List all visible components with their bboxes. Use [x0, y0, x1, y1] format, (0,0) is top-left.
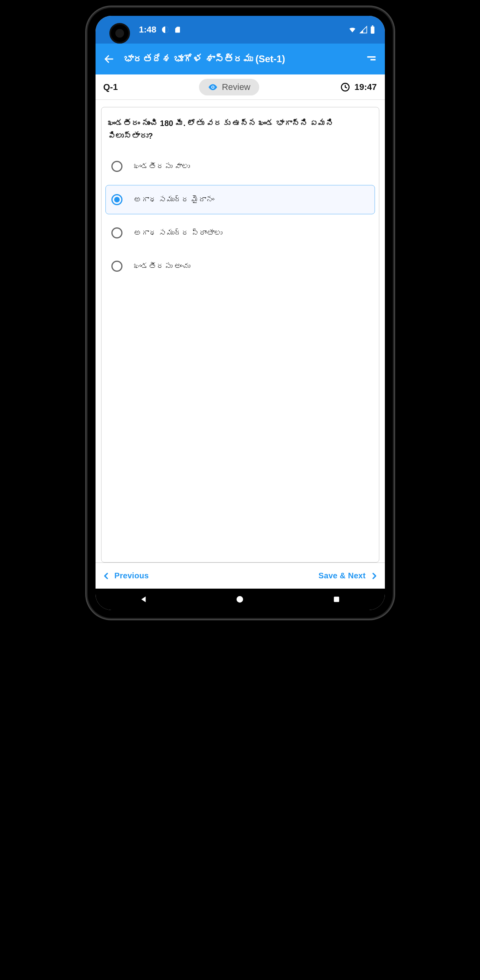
svg-point-9	[237, 596, 243, 603]
phone-frame: 1:48	[88, 8, 393, 618]
nav-home-button[interactable]	[235, 594, 245, 604]
option-label: ఖండతీరపు అంచు	[134, 262, 190, 271]
phone-screen: 1:48	[96, 16, 385, 610]
radio-icon	[111, 161, 122, 172]
save-next-button[interactable]: Save & Next	[319, 571, 379, 580]
question-number: Q-1	[103, 82, 118, 92]
footer-bar: Previous Save & Next	[96, 562, 385, 589]
answer-option-1[interactable]: ఖండతీరపు వాలు	[105, 152, 375, 181]
app-bar: భారతదేశ భూగోళ శాస్త్రము (Set-1)	[96, 44, 385, 74]
question-card: ఖండతీరం నుంచి 180 మీ. లోతు వరకు ఉన్న ఖండ…	[101, 107, 379, 562]
eye-icon	[208, 82, 218, 92]
option-label: ఖండతీరపు వాలు	[134, 162, 189, 171]
radio-icon	[111, 261, 122, 272]
timer: 19:47	[340, 82, 377, 92]
clock-icon	[340, 82, 350, 92]
question-text: ఖండతీరం నుంచి 180 మీ. లోతు వరకు ఉన్న ఖండ…	[105, 117, 375, 152]
svg-rect-10	[334, 597, 339, 602]
filter-menu-button[interactable]	[366, 53, 377, 65]
review-toggle[interactable]: Review	[199, 79, 259, 95]
svg-point-7	[212, 86, 213, 88]
review-label: Review	[222, 82, 251, 92]
page-title: భారతదేశ భూగోళ శాస్త్రము (Set-1)	[124, 53, 356, 65]
radio-icon	[111, 227, 122, 238]
back-button[interactable]	[103, 53, 115, 65]
svg-rect-2	[372, 25, 373, 27]
chevron-left-icon	[102, 572, 111, 580]
previous-button[interactable]: Previous	[102, 571, 149, 580]
sd-card-icon	[174, 26, 181, 34]
option-label: అగాధ సముద్ర మైదానం	[134, 195, 214, 204]
svg-rect-4	[367, 56, 375, 58]
nav-recent-button[interactable]	[331, 594, 342, 604]
android-nav-bar	[96, 589, 385, 610]
timer-value: 19:47	[354, 82, 377, 92]
save-next-label: Save & Next	[319, 571, 366, 580]
answer-option-4[interactable]: ఖండతీరపు అంచు	[105, 252, 375, 281]
app-indicator-icon	[161, 26, 169, 34]
answer-option-2[interactable]: అగాధ సముద్ర మైదానం	[105, 185, 375, 214]
status-time: 1:48	[139, 25, 157, 35]
previous-label: Previous	[115, 571, 149, 580]
status-right	[348, 25, 375, 34]
status-bar: 1:48	[96, 16, 385, 44]
wifi-icon	[348, 26, 357, 34]
chevron-right-icon	[370, 572, 379, 580]
radio-icon	[111, 194, 122, 205]
answer-option-3[interactable]: అగాధ సముద్ర ప్రాంతాలు	[105, 218, 375, 248]
nav-back-button[interactable]	[138, 594, 149, 604]
battery-icon	[370, 25, 375, 34]
front-camera	[109, 23, 130, 44]
svg-rect-1	[371, 27, 374, 34]
signal-icon	[360, 26, 367, 34]
question-info-strip: Q-1 Review 19:47	[96, 74, 385, 100]
option-label: అగాధ సముద్ర ప్రాంతాలు	[134, 229, 222, 237]
status-left: 1:48	[139, 25, 181, 35]
svg-rect-5	[370, 59, 375, 61]
content-area: ఖండతీరం నుంచి 180 మీ. లోతు వరకు ఉన్న ఖండ…	[96, 100, 385, 562]
